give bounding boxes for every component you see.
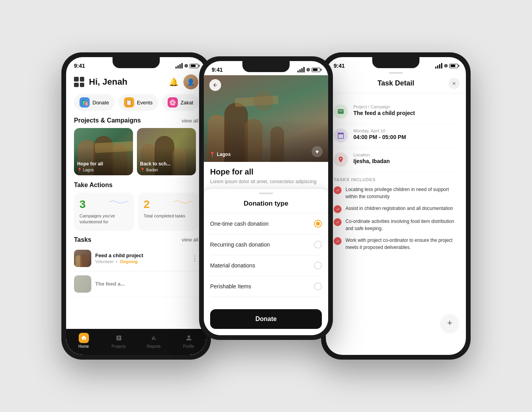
profile-icon: [184, 333, 194, 343]
nav-projects[interactable]: Projects: [101, 333, 136, 349]
task-detail-header: Task Detail: [326, 75, 466, 93]
signal-icon-middle: [297, 67, 305, 72]
card2-location: 📍 Ibadan: [140, 168, 193, 172]
task-item-2: The feed a...: [74, 271, 198, 297]
project-card-2[interactable]: Back to sch... 📍 Ibadan: [137, 128, 196, 175]
email-icon: [337, 108, 344, 115]
projects-title: Projects & Campaigns: [74, 117, 141, 124]
nav-home[interactable]: Home: [66, 333, 101, 349]
task-title-1: Feed a child project: [95, 252, 187, 258]
home-icon: [79, 333, 89, 343]
donation-label-2: Material donations: [210, 262, 255, 269]
top-pill: [389, 72, 403, 74]
check-icon-2: [334, 218, 342, 226]
check-icon-3: [334, 237, 342, 245]
nav-reports-label: Reports: [147, 344, 161, 349]
projects-icon: [114, 333, 124, 343]
datetime-info: Monday, April 10 04:00 PM - 05:00 PM: [353, 128, 406, 140]
phone-notch-right: [372, 57, 419, 68]
card1-location: 📍 Lagos: [77, 168, 130, 172]
project-desc: Lorem ipsum dolor sit amet, consectetur …: [210, 178, 322, 185]
pin-icon-card2: 📍: [140, 168, 145, 172]
wave-chart-1: [109, 198, 129, 206]
nav-profile[interactable]: Profile: [171, 333, 206, 349]
tasks-includes-title: TASKS INCLUDES: [334, 177, 458, 182]
info-row-location: Location Ijesha, Ibadan: [334, 148, 458, 172]
hero-favorite-icon[interactable]: ♥: [312, 146, 323, 157]
notification-bell-icon[interactable]: 🔔: [169, 77, 179, 87]
task-include-1: Assist in children registration and all …: [334, 205, 458, 213]
phone-middle: 9:41 ⊜: [199, 56, 333, 340]
fab-button[interactable]: +: [441, 315, 458, 331]
status-icons-middle: ⊜: [297, 67, 320, 72]
battery-icon-right: [449, 64, 458, 68]
phone-left: 9:41 ⊜: [61, 52, 211, 360]
action-card-campaigns: 3 Campaigns you've volunteered for: [74, 193, 134, 231]
qa-donate-button[interactable]: 🛍️ Donate: [74, 94, 115, 111]
take-actions-title: Take Actions: [74, 182, 113, 189]
donation-option-1[interactable]: Recurring cash donation: [210, 234, 322, 255]
project-campaign-label: Project / Campaign: [353, 104, 415, 109]
donation-options-list: One-time cash donation Recurring cash do…: [204, 213, 328, 304]
pin-icon-card1: 📍: [77, 168, 82, 172]
status-time-middle: 9:41: [212, 67, 223, 73]
task-include-text-1: Assist in children registration and all …: [345, 205, 453, 212]
fab-plus-icon: +: [447, 318, 453, 328]
location-info: Location Ijesha, Ibadan: [353, 152, 390, 164]
task-include-2: Co-ordinate activities involving food it…: [334, 218, 458, 232]
projects-view-all[interactable]: view all: [181, 118, 198, 124]
phone-notch-left: [113, 57, 160, 68]
qa-zakat-label: Zakat: [181, 100, 194, 106]
donate-button[interactable]: Donate: [210, 309, 322, 329]
task-include-0: Locating less privilege children in need…: [334, 186, 458, 200]
task-dot-1: [116, 261, 117, 262]
hero-image: 📍 Lagos ♥: [204, 75, 328, 162]
nav-reports[interactable]: Reports: [136, 333, 171, 349]
qa-zakat-button[interactable]: 🌸 Zakat: [162, 94, 199, 111]
qa-donate-label: Donate: [92, 100, 109, 106]
hero-location-text: Lagos: [217, 152, 231, 157]
qa-events-label: Events: [137, 100, 153, 106]
donation-option-2[interactable]: Material donations: [210, 255, 322, 276]
app-header-left: Hi, Jenah 🔔 👤: [66, 71, 206, 94]
signal-icon-right: [435, 63, 442, 69]
task-more-icon-1[interactable]: ⋮: [191, 254, 198, 263]
qa-events-button[interactable]: 📋 Events: [118, 94, 158, 111]
tasks-view-all[interactable]: view all: [181, 237, 198, 243]
donation-label-1: Recurring cash donation: [210, 241, 270, 248]
project-title: Hope for all: [210, 167, 322, 176]
check-icon-0: [334, 186, 342, 194]
header-right: 🔔 👤: [169, 74, 198, 89]
action-card-tasks: 2 Total completed tasks: [138, 193, 198, 231]
task-thumb-1: [74, 250, 91, 267]
radio-3[interactable]: [314, 282, 322, 290]
close-button[interactable]: [449, 78, 460, 89]
zakat-flower-icon: 🌸: [168, 97, 178, 108]
location-pin-icon-detail: [337, 156, 344, 163]
task-detail-title: Task Detail: [377, 79, 414, 87]
donation-option-0[interactable]: One-time cash donation: [210, 213, 322, 234]
tasks-desc: Total completed tasks: [144, 213, 193, 219]
quick-actions-bar: 🛍️ Donate 📋 Events 🌸 Zakat: [66, 94, 206, 117]
user-avatar[interactable]: 👤: [183, 74, 198, 89]
radio-2[interactable]: [314, 262, 322, 269]
task-info-2: The feed a...: [95, 281, 198, 287]
time-label: 04:00 PM - 05:00 PM: [353, 134, 406, 140]
donation-option-3[interactable]: Perishable Items: [210, 276, 322, 297]
location-icon-wrap: [334, 152, 348, 167]
back-button[interactable]: [209, 79, 221, 91]
radio-1[interactable]: [314, 241, 322, 249]
hero-location: 📍 Lagos: [209, 152, 231, 157]
grid-icon[interactable]: [74, 77, 84, 87]
info-row-project: Project / Campaign The feed a child proj…: [334, 100, 458, 124]
donation-label-0: One-time cash donation: [210, 221, 269, 227]
status-icons-left: ⊜: [175, 63, 198, 69]
task-include-text-2: Co-ordinate activities involving food it…: [345, 218, 458, 232]
screen-middle: 9:41 ⊜: [204, 61, 328, 335]
tasks-title: Tasks: [74, 236, 91, 243]
project-card-1[interactable]: Hope for all 📍 Lagos: [74, 128, 133, 175]
project-campaign-icon-wrap: [334, 104, 348, 119]
tasks-header: Tasks view all: [74, 236, 198, 246]
radio-0[interactable]: [314, 220, 322, 228]
status-time-left: 9:41: [74, 63, 85, 69]
